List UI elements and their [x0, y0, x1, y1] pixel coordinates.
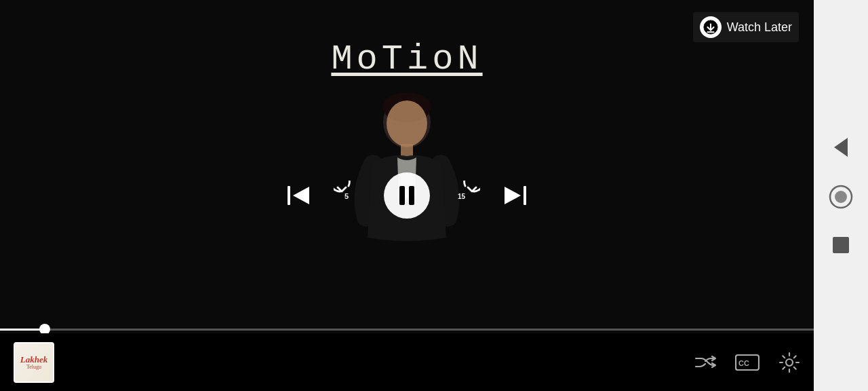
svg-point-16	[786, 359, 793, 366]
logo-text-sub: Telugu	[26, 364, 41, 370]
svg-point-18	[835, 191, 847, 203]
logo: Lakhek Telugu	[14, 342, 54, 383]
prev-button[interactable]	[283, 181, 313, 210]
svg-point-2	[387, 100, 427, 147]
svg-rect-11	[409, 186, 414, 205]
svg-rect-3	[401, 144, 413, 157]
watch-later-label: Watch Later	[727, 20, 792, 35]
progress-bar-container[interactable]	[0, 325, 814, 333]
svg-rect-13	[524, 186, 526, 205]
sidebar	[814, 0, 868, 391]
board-title: MoTioN	[331, 39, 482, 79]
back-button[interactable]	[834, 138, 848, 157]
back-arrow-icon	[834, 138, 848, 157]
shuffle-button[interactable]	[694, 353, 716, 372]
watch-later-button[interactable]: Watch Later	[693, 12, 799, 42]
svg-text:CC: CC	[738, 359, 749, 367]
svg-rect-8	[288, 186, 290, 205]
video-player: MoTioN Watch Later	[0, 0, 814, 391]
logo-text-main: Lakhek	[20, 355, 47, 364]
pause-button[interactable]	[384, 172, 430, 219]
progress-track[interactable]	[0, 329, 814, 331]
svg-text:5: 5	[344, 192, 349, 200]
settings-button[interactable]	[778, 352, 800, 373]
next-button[interactable]	[500, 181, 530, 210]
stop-icon	[833, 237, 849, 253]
download-circle-icon	[700, 16, 722, 38]
forward-15s-button[interactable]: 15	[450, 181, 480, 210]
bottom-bar: Lakhek Telugu CC	[0, 333, 814, 391]
playback-controls: 5 15	[283, 172, 530, 219]
svg-rect-10	[399, 186, 405, 205]
stop-button[interactable]	[833, 237, 849, 253]
rewind-5s-button[interactable]: 5	[334, 181, 363, 210]
progress-fill	[0, 329, 45, 331]
record-button[interactable]	[828, 184, 854, 210]
bottom-right-controls: CC	[694, 352, 800, 373]
logo-inner: Lakhek Telugu	[15, 343, 53, 381]
svg-text:15: 15	[458, 193, 466, 200]
cc-button[interactable]: CC	[735, 353, 760, 372]
